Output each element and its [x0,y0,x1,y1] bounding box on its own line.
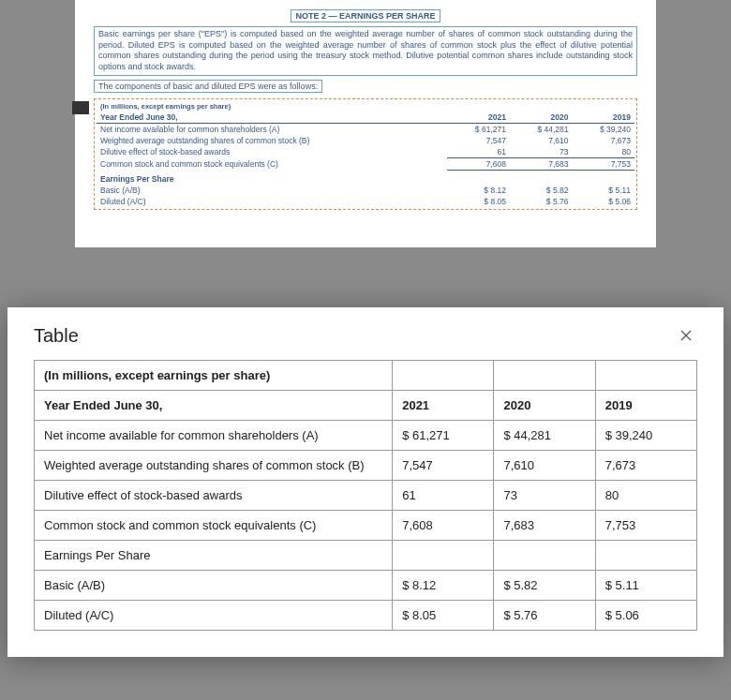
table-row: Dilutive effect of stock-based awards 61… [35,481,697,511]
col-2020: 2020 [494,391,595,421]
bg-col-2021: 2021 [447,112,510,124]
close-button[interactable] [675,324,697,347]
col-2019: 2019 [595,391,696,421]
table-row: Common stock and common stock equivalent… [35,511,697,541]
table-row: Earnings Per Share [35,541,697,571]
table-row: Net income available for common sharehol… [35,421,697,451]
bg-col-2020: 2020 [510,112,573,124]
svg-rect-5 [72,106,89,107]
bg-year-label: Year Ended June 30, [97,112,447,124]
doc-note-title: NOTE 2 — EARNINGS PER SHARE [291,9,440,22]
table-row: Weighted average outstanding shares of c… [35,451,697,481]
dialog-title: Table [34,325,79,347]
doc-subheading: The components of basic and diluted EPS … [94,80,322,93]
bg-caption: (In millions, except earnings per share) [97,101,447,112]
extracted-table: (In millions, except earnings per share)… [34,360,697,631]
header-year: Year Ended June 30, [35,391,393,421]
detected-table-region[interactable]: (In millions, except earnings per share)… [94,98,637,210]
header-caption: (In millions, except earnings per share) [35,361,393,391]
doc-paragraph: Basic earnings per share ("EPS") is comp… [94,26,637,76]
svg-rect-6 [72,110,89,111]
bg-col-2019: 2019 [572,112,634,124]
close-icon [680,330,692,341]
source-document: NOTE 2 — EARNINGS PER SHARE Basic earnin… [75,0,656,247]
table-icon [72,101,89,114]
table-row: Basic (A/B) $ 8.12 $ 5.82 $ 5.11 [35,571,697,601]
svg-rect-2 [72,101,75,114]
bg-eps-table: (In millions, except earnings per share)… [97,101,634,207]
svg-rect-4 [83,101,84,114]
svg-rect-3 [78,101,79,114]
table-dialog: Table (In millions, except earnings per … [7,307,724,657]
col-2021: 2021 [393,391,494,421]
table-row: Diluted (A/C) $ 8.05 $ 5.76 $ 5.06 [35,601,697,631]
